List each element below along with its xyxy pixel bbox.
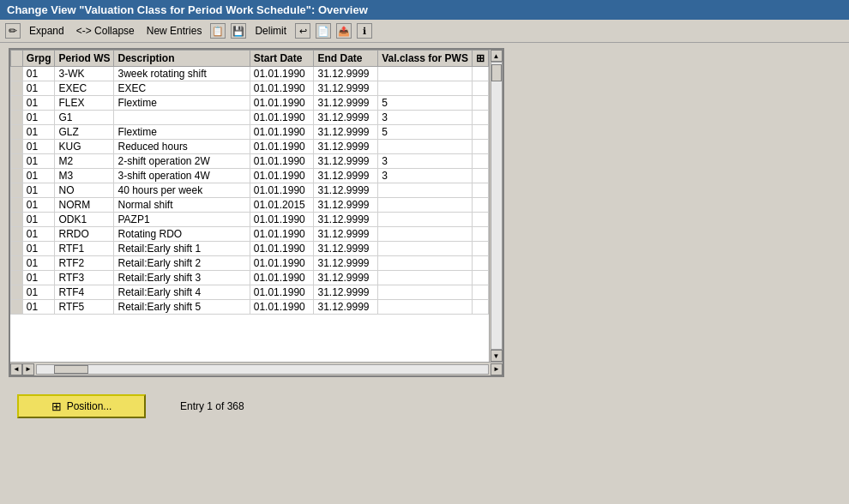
header-settings-icon[interactable]: ⊞ (472, 51, 488, 67)
table-row[interactable]: 01GLZFlextime01.01.199031.12.99995 (11, 125, 489, 140)
row-selector[interactable] (11, 125, 23, 140)
new-entries-button[interactable]: New Entries (143, 23, 206, 39)
export-icon[interactable]: 📤 (336, 23, 352, 39)
horizontal-scrollbar[interactable]: ◄ ► ► (10, 362, 503, 375)
save-icon[interactable]: 💾 (231, 23, 246, 39)
cell-start-date: 01.01.1990 (250, 67, 314, 81)
cell-end-date: 31.12.9999 (314, 285, 378, 300)
cell-start-date: 01.01.1990 (250, 111, 314, 125)
row-selector[interactable] (11, 271, 23, 285)
row-selector[interactable] (11, 198, 23, 213)
table-row[interactable]: 01ODK1PAZP101.01.199031.12.9999 (11, 213, 489, 227)
table-wrapper: Grpg Period WS Description Start Date En… (10, 50, 489, 362)
table-row[interactable]: 01RTF1Retail:Early shift 101.01.199031.1… (11, 242, 489, 256)
cell-description: 40 hours per week (114, 183, 250, 198)
row-selector[interactable] (11, 140, 23, 154)
cell-description: PAZP1 (114, 213, 250, 227)
cell-val-class[interactable] (378, 300, 473, 315)
scroll-track[interactable] (491, 62, 503, 350)
row-selector[interactable] (11, 96, 23, 111)
scroll-up-button[interactable]: ▲ (491, 50, 503, 62)
scroll-right-button[interactable]: ► (22, 363, 34, 375)
table-row[interactable]: 01NORMNormal shift01.01.201531.12.9999 (11, 198, 489, 213)
row-selector[interactable] (11, 111, 23, 125)
cell-end-date: 31.12.9999 (314, 213, 378, 227)
table-row[interactable]: 01RTF4Retail:Early shift 401.01.199031.1… (11, 285, 489, 300)
table-body: 013-WK3week rotating shift01.01.199031.1… (11, 67, 489, 315)
cell-grpg: 01 (22, 183, 55, 198)
scroll-down-button[interactable]: ▼ (491, 350, 503, 362)
cell-start-date: 01.01.1990 (250, 125, 314, 140)
row-selector[interactable] (11, 67, 23, 81)
cell-val-class[interactable] (378, 256, 473, 271)
cell-val-class[interactable] (378, 271, 473, 285)
table-row[interactable]: 01M33-shift operation 4W01.01.199031.12.… (11, 169, 489, 183)
expand-button[interactable]: Expand (26, 23, 68, 39)
table-header: Grpg Period WS Description Start Date En… (11, 51, 489, 67)
table-row[interactable]: 01FLEXFlextime01.01.199031.12.99995 (11, 96, 489, 111)
doc-icon[interactable]: 📄 (316, 23, 331, 39)
cell-val-class[interactable] (378, 67, 473, 81)
row-selector[interactable] (11, 169, 23, 183)
cell-icon (472, 140, 488, 154)
cell-val-class[interactable] (378, 81, 473, 96)
edit-icon[interactable]: ✏ (5, 23, 21, 39)
cell-val-class[interactable] (378, 198, 473, 213)
cell-icon (472, 300, 488, 315)
cell-val-class[interactable]: 3 (378, 169, 473, 183)
cell-val-class[interactable]: 3 (378, 154, 473, 169)
toolbar: ✏ Expand <-> Collapse New Entries 📋 💾 De… (0, 20, 849, 43)
cell-val-class[interactable] (378, 213, 473, 227)
cell-period-ws: RTF2 (55, 256, 114, 271)
table-row[interactable]: 013-WK3week rotating shift01.01.199031.1… (11, 67, 489, 81)
table-row[interactable]: 01M22-shift operation 2W01.01.199031.12.… (11, 154, 489, 169)
table-row[interactable]: 01RTF3Retail:Early shift 301.01.199031.1… (11, 271, 489, 285)
row-selector[interactable] (11, 183, 23, 198)
table-row[interactable]: 01EXECEXEC01.01.199031.12.9999 (11, 81, 489, 96)
delimit-button[interactable]: Delimit (251, 23, 290, 39)
row-selector[interactable] (11, 213, 23, 227)
row-selector[interactable] (11, 227, 23, 242)
row-selector[interactable] (11, 256, 23, 271)
horiz-scroll-right2-button[interactable]: ► (491, 363, 503, 375)
scroll-thumb[interactable] (491, 64, 502, 81)
cell-val-class[interactable]: 5 (378, 96, 473, 111)
cell-end-date: 31.12.9999 (314, 111, 378, 125)
row-selector[interactable] (11, 285, 23, 300)
row-selector[interactable] (11, 300, 23, 315)
cell-val-class[interactable] (378, 227, 473, 242)
cell-period-ws: ODK1 (55, 213, 114, 227)
cell-description: Rotating RDO (114, 227, 250, 242)
header-description: Description (114, 51, 250, 67)
row-selector[interactable] (11, 154, 23, 169)
cell-val-class[interactable] (378, 285, 473, 300)
cell-val-class[interactable]: 3 (378, 111, 473, 125)
table-row[interactable]: 01RTF2Retail:Early shift 201.01.199031.1… (11, 256, 489, 271)
cell-val-class[interactable] (378, 183, 473, 198)
cell-val-class[interactable] (378, 242, 473, 256)
table-row[interactable]: 01RRDORotating RDO01.01.199031.12.9999 (11, 227, 489, 242)
table-row[interactable]: 01NO40 hours per week01.01.199031.12.999… (11, 183, 489, 198)
cell-start-date: 01.01.1990 (250, 81, 314, 96)
table-row[interactable]: 01G101.01.199031.12.99993 (11, 111, 489, 125)
horiz-scroll-track[interactable] (36, 364, 489, 375)
row-selector[interactable] (11, 81, 23, 96)
cell-val-class[interactable]: 5 (378, 125, 473, 140)
cell-grpg: 01 (22, 300, 55, 315)
cell-period-ws: NO (55, 183, 114, 198)
table-area: Grpg Period WS Description Start Date En… (9, 48, 840, 377)
table-row[interactable]: 01RTF5Retail:Early shift 501.01.199031.1… (11, 300, 489, 315)
position-button[interactable]: ⊞ Position... (17, 394, 146, 418)
cell-val-class[interactable] (378, 140, 473, 154)
cell-start-date: 01.01.1990 (250, 169, 314, 183)
copy-icon[interactable]: 📋 (210, 23, 226, 39)
row-selector[interactable] (11, 242, 23, 256)
info-icon[interactable]: ℹ (357, 23, 372, 39)
undo-icon[interactable]: ↩ (295, 23, 310, 39)
vertical-scrollbar[interactable]: ▲ ▼ (489, 50, 503, 362)
scroll-left-button[interactable]: ◄ (10, 363, 22, 375)
cell-grpg: 01 (22, 285, 55, 300)
horiz-scroll-thumb[interactable] (54, 365, 88, 374)
table-row[interactable]: 01KUGReduced hours01.01.199031.12.9999 (11, 140, 489, 154)
collapse-button[interactable]: <-> Collapse (73, 23, 138, 39)
